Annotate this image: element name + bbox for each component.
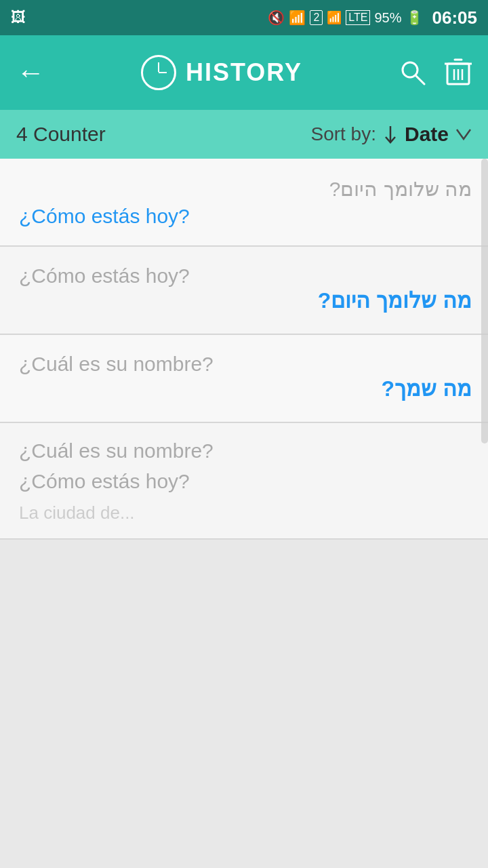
search-icon <box>399 58 426 85</box>
rtl-phrase: מה שלומך היום? <box>19 177 472 201</box>
divider <box>0 422 488 422</box>
sort-section[interactable]: Sort by: Date <box>310 123 472 146</box>
ltr-phrase: ¿Cuál es su nombre? ¿Cómo estás hoy? La … <box>19 435 472 527</box>
battery-icon: 🔋 <box>406 9 423 26</box>
scrollbar[interactable] <box>481 159 488 443</box>
svg-line-1 <box>416 76 424 84</box>
wifi-icon: 📶 <box>289 9 306 26</box>
content-list: מה שלומך היום? ¿Cómo estás hoy? ¿Cómo es… <box>0 159 488 540</box>
subheader: 4 Counter Sort by: Date <box>0 110 488 159</box>
ltr-phrase: ¿Cómo estás hoy? <box>19 205 472 228</box>
gallery-icon: 🖼 <box>11 9 26 26</box>
list-item[interactable]: ¿Cómo estás hoy? מה שלומך היום? <box>0 247 488 335</box>
dropdown-arrow-icon <box>455 128 472 140</box>
status-right-icons: 🔇 📶 2 📶 LTE 95% 🔋 06:05 <box>268 7 477 28</box>
counter-label: 4 Counter <box>16 123 106 146</box>
divider <box>0 538 488 539</box>
rtl-phrase: מה שלומך היום? <box>19 288 472 313</box>
trash-icon <box>445 57 472 87</box>
mute-icon: 🔇 <box>268 9 285 26</box>
sort-by-label: Sort by: <box>310 123 375 145</box>
app-bar-title: HISTORY <box>186 58 302 87</box>
status-bar: 🖼 🔇 📶 2 📶 LTE 95% 🔋 06:05 <box>0 0 488 35</box>
status-left-icons: 🖼 <box>11 9 26 26</box>
rtl-phrase: מה שמך? <box>19 376 472 401</box>
ltr-phrase: ¿Cuál es su nombre? <box>19 353 472 376</box>
divider <box>0 245 488 246</box>
list-item[interactable]: ¿Cuál es su nombre? ¿Cómo estás hoy? La … <box>0 423 488 540</box>
battery-percent: 95% <box>374 10 401 26</box>
ltr-phrase: ¿Cómo estás hoy? <box>19 264 472 288</box>
sort-arrow-icon <box>383 125 398 144</box>
svg-point-0 <box>403 62 418 77</box>
back-button[interactable]: ← <box>16 56 45 89</box>
delete-button[interactable] <box>445 57 472 89</box>
app-bar-actions <box>399 57 472 89</box>
list-item[interactable]: ¿Cuál es su nombre? מה שמך? <box>0 335 488 423</box>
history-clock-icon <box>141 55 176 90</box>
app-bar: ← HISTORY <box>0 35 488 110</box>
status-time: 06:05 <box>432 7 478 28</box>
signal-bars-icon: 📶 <box>327 10 342 25</box>
search-button[interactable] <box>399 58 426 87</box>
data-icon: LTE <box>346 10 370 25</box>
app-bar-center: HISTORY <box>141 55 302 90</box>
divider <box>0 334 488 334</box>
list-item[interactable]: מה שלומך היום? ¿Cómo estás hoy? <box>0 159 488 247</box>
back-arrow-icon: ← <box>16 56 45 88</box>
sim-icon: 2 <box>310 10 323 25</box>
sort-value: Date <box>405 123 449 146</box>
